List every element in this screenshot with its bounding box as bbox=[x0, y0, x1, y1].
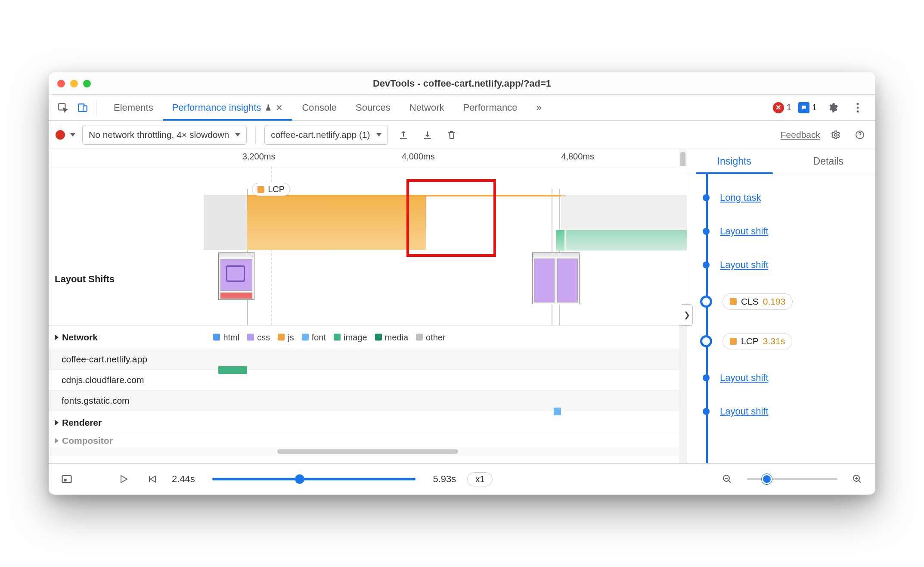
network-lane-header[interactable]: Network html css js font image media oth… bbox=[49, 326, 687, 349]
zoom-in-icon[interactable] bbox=[849, 470, 866, 488]
legend-label: font bbox=[312, 332, 326, 342]
time-ruler[interactable]: 3,200ms 4,000ms 4,800ms bbox=[49, 149, 687, 166]
slider-knob[interactable] bbox=[762, 474, 772, 484]
insights-list[interactable]: Long task Layout shift Layout shift CLS … bbox=[687, 174, 875, 463]
separator bbox=[255, 126, 256, 143]
lane-label: Compositor bbox=[62, 436, 113, 446]
network-row[interactable]: cdnjs.cloudflare.com bbox=[49, 370, 687, 390]
lcp-marker-pill[interactable]: LCP bbox=[252, 183, 290, 196]
tab-elements[interactable]: Elements bbox=[104, 95, 163, 120]
tab-console[interactable]: Console bbox=[292, 95, 346, 120]
playback-slider[interactable] bbox=[212, 478, 416, 480]
close-tab-icon[interactable]: ✕ bbox=[276, 103, 283, 113]
record-menu-caret-icon[interactable] bbox=[70, 133, 75, 137]
insight-item[interactable]: Layout shift bbox=[699, 361, 875, 395]
tab-label: Network bbox=[409, 102, 444, 113]
inspect-element-icon[interactable] bbox=[54, 99, 72, 117]
playback-speed-button[interactable]: x1 bbox=[467, 472, 493, 486]
window-controls bbox=[49, 80, 91, 87]
lane-label: Network bbox=[62, 332, 98, 343]
device-toolbar-icon[interactable] bbox=[74, 99, 92, 117]
throttling-label: No network throttling, 4× slowdown bbox=[89, 130, 229, 140]
minimize-window-button[interactable] bbox=[70, 80, 78, 87]
insight-metric-lcp[interactable]: LCP 3.31s bbox=[699, 321, 875, 361]
tab-details[interactable]: Details bbox=[781, 149, 876, 174]
insight-link[interactable]: Long task bbox=[720, 192, 761, 203]
rewind-to-start-icon[interactable] bbox=[143, 470, 161, 488]
request-bar[interactable] bbox=[218, 366, 247, 374]
chevron-down-icon bbox=[376, 133, 381, 137]
timeline-track[interactable]: LCP bbox=[204, 166, 687, 325]
overflow-glyph: » bbox=[536, 102, 541, 113]
renderer-lane-header[interactable]: Renderer bbox=[49, 411, 687, 434]
lcp-marker-label: LCP bbox=[268, 184, 285, 194]
layout-shifts-lane: Layout Shifts LCP bbox=[49, 166, 687, 326]
network-row[interactable]: coffee-cart.netlify.app bbox=[49, 349, 687, 370]
record-button[interactable] bbox=[56, 130, 65, 140]
slider-knob[interactable] bbox=[295, 474, 304, 484]
insight-link[interactable]: Layout shift bbox=[720, 226, 769, 237]
tab-sources[interactable]: Sources bbox=[346, 95, 400, 120]
insight-item[interactable]: Layout shift bbox=[699, 215, 875, 248]
pre-range-block bbox=[204, 195, 247, 250]
delete-icon[interactable] bbox=[443, 126, 460, 143]
tab-network[interactable]: Network bbox=[400, 95, 454, 120]
help-icon[interactable] bbox=[851, 126, 868, 143]
expand-caret-icon[interactable] bbox=[55, 334, 59, 340]
tab-performance-insights[interactable]: Performance insights ✕ bbox=[163, 95, 293, 120]
insight-item[interactable]: Layout shift bbox=[699, 248, 875, 282]
ruler-track: 3,200ms 4,000ms 4,800ms bbox=[204, 149, 687, 166]
legend-label: image bbox=[344, 332, 367, 342]
zoom-out-icon[interactable] bbox=[719, 470, 736, 488]
lane-label: Layout Shifts bbox=[49, 166, 204, 325]
panel-settings-gear-icon[interactable] bbox=[827, 126, 844, 143]
screenshot-thumbnail[interactable] bbox=[532, 252, 580, 304]
error-count-badge[interactable]: ✕ 1 bbox=[773, 102, 791, 113]
insight-item[interactable]: Layout shift bbox=[699, 395, 875, 428]
lcp-block[interactable] bbox=[247, 195, 426, 250]
feedback-link[interactable]: Feedback bbox=[781, 130, 820, 140]
network-row[interactable]: fonts.gstatic.com bbox=[49, 390, 687, 411]
throttling-select[interactable]: No network throttling, 4× slowdown bbox=[82, 125, 247, 145]
zoom-slider[interactable] bbox=[747, 478, 837, 480]
recording-label: coffee-cart.netlify.app (1) bbox=[271, 130, 370, 140]
tab-label: Sources bbox=[356, 102, 391, 113]
tab-label: Performance insights bbox=[172, 102, 261, 113]
screenshot-thumbnail[interactable] bbox=[218, 252, 254, 300]
highlight-annotation-box bbox=[406, 179, 496, 257]
lane-label: Renderer bbox=[62, 417, 102, 428]
tab-insights[interactable]: Insights bbox=[687, 149, 781, 174]
legend-label: other bbox=[426, 332, 446, 342]
recording-select[interactable]: coffee-cart.netlify.app (1) bbox=[264, 125, 388, 145]
request-bar[interactable] bbox=[554, 408, 561, 415]
play-icon[interactable] bbox=[115, 470, 132, 488]
insight-metric-cls[interactable]: CLS 0.193 bbox=[699, 282, 875, 321]
insight-link[interactable]: Layout shift bbox=[720, 372, 769, 383]
tab-label: Details bbox=[813, 156, 843, 167]
insight-item[interactable]: Long task bbox=[699, 181, 875, 215]
expand-caret-icon[interactable] bbox=[55, 438, 59, 444]
error-count: 1 bbox=[787, 103, 791, 112]
insight-link[interactable]: Layout shift bbox=[720, 406, 769, 417]
more-menu-icon[interactable] bbox=[849, 99, 867, 117]
compositor-lane-header[interactable]: Compositor bbox=[49, 434, 687, 447]
insight-link[interactable]: Layout shift bbox=[720, 259, 769, 271]
image-block[interactable] bbox=[556, 230, 564, 251]
tabs-overflow-button[interactable]: » bbox=[527, 95, 551, 120]
horizontal-scrollbar[interactable] bbox=[49, 447, 687, 456]
expand-caret-icon[interactable] bbox=[55, 420, 59, 426]
zoom-window-button[interactable] bbox=[83, 80, 91, 87]
tab-performance[interactable]: Performance bbox=[454, 95, 527, 120]
sidebar-collapse-handle[interactable]: ❯ bbox=[681, 304, 693, 326]
chevron-down-icon bbox=[235, 133, 240, 137]
close-window-button[interactable] bbox=[57, 80, 65, 87]
settings-gear-icon[interactable] bbox=[824, 99, 842, 117]
import-icon[interactable] bbox=[419, 126, 436, 143]
export-icon[interactable] bbox=[395, 126, 412, 143]
image-block[interactable] bbox=[566, 230, 687, 251]
message-count-badge[interactable]: 1 bbox=[798, 102, 817, 113]
screenshot-toggle-icon[interactable] bbox=[58, 470, 75, 488]
svg-point-4 bbox=[857, 106, 859, 109]
svg-point-9 bbox=[64, 479, 66, 481]
error-icon: ✕ bbox=[773, 102, 784, 113]
